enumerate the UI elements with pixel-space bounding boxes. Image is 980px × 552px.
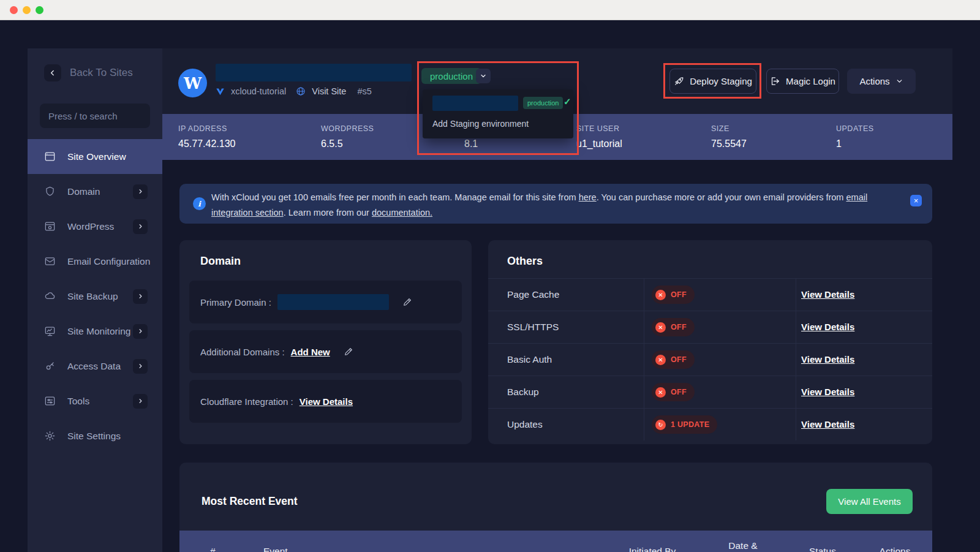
- here-link[interactable]: here: [579, 192, 597, 202]
- cloud-icon: [44, 290, 56, 302]
- sidebar-item-domain[interactable]: Domain: [28, 174, 162, 209]
- banner-text: With xCloud you get 100 emails free per …: [211, 190, 888, 221]
- close-window-button[interactable]: [10, 6, 18, 14]
- envelope-icon: [44, 255, 56, 267]
- others-row-basic-auth: Basic Auth ✕OFF View Details: [488, 343, 932, 376]
- redacted-site-name: [216, 64, 412, 81]
- vultr-provider-icon: [216, 87, 225, 96]
- environment-chevron-button[interactable]: [476, 69, 491, 83]
- sidebar: Back To Sites Site Overview Domain WordP…: [28, 48, 162, 552]
- sidebar-item-site-overview[interactable]: Site Overview: [28, 139, 162, 174]
- window-titlebar: [0, 0, 980, 20]
- app-background: Back To Sites Site Overview Domain WordP…: [0, 20, 980, 552]
- sidebar-item-site-monitoring[interactable]: Site Monitoring: [28, 314, 162, 349]
- sidebar-item-tools[interactable]: Tools: [28, 384, 162, 418]
- documentation-link[interactable]: documentation.: [372, 208, 432, 217]
- cloudflare-label: Cloudflare Integration :: [200, 396, 293, 407]
- wordpress-logo-icon: W: [178, 69, 207, 97]
- sidebar-item-label: Site Settings: [67, 431, 121, 442]
- others-row-updates: Updates ↻1 UPDATE View Details: [488, 408, 932, 440]
- deploy-staging-label: Deploy Staging: [690, 76, 752, 86]
- status-badge-update: ↻1 UPDATE: [652, 415, 717, 434]
- chevron-right-icon[interactable]: [133, 359, 148, 374]
- chevron-right-icon[interactable]: [133, 324, 148, 339]
- status-badge-off: ✕OFF: [652, 350, 695, 369]
- view-all-events-button[interactable]: View All Events: [826, 489, 913, 514]
- wordpress-icon: [44, 221, 56, 232]
- stat-site-user: SITE USER u1_tutorial: [576, 114, 711, 160]
- redacted-environment-name[interactable]: [432, 96, 518, 111]
- globe-icon: [296, 86, 306, 96]
- chevron-right-icon[interactable]: [133, 289, 148, 304]
- rocket-icon: [674, 76, 684, 86]
- shield-icon: [44, 186, 56, 197]
- primary-domain-label: Primary Domain :: [200, 297, 271, 308]
- edit-pencil-icon[interactable]: [402, 297, 412, 307]
- redacted-primary-domain: [277, 294, 389, 310]
- sidebar-item-site-settings[interactable]: Site Settings: [28, 418, 162, 453]
- add-staging-environment-option[interactable]: Add Staging environment: [432, 119, 529, 129]
- view-details-link[interactable]: View Details: [801, 419, 854, 429]
- magic-login-button[interactable]: Magic Login: [766, 69, 839, 94]
- view-details-link[interactable]: View Details: [801, 289, 854, 300]
- x-circle-icon: ✕: [655, 290, 666, 300]
- sidebar-item-label: WordPress: [67, 221, 114, 232]
- additional-domains-row: Additional Domains : Add New: [189, 330, 462, 373]
- environment-badge[interactable]: production: [421, 68, 481, 84]
- column-date-time: Date & Time: [723, 531, 763, 552]
- stat-size: SIZE 75.5547: [711, 114, 836, 160]
- sidebar-item-label: Domain: [67, 186, 100, 197]
- actions-button[interactable]: Actions: [847, 69, 916, 94]
- recent-events-panel: Most Recent Event View All Events # Even…: [179, 463, 932, 552]
- sidebar-nav: Site Overview Domain WordPress Email Con…: [28, 139, 162, 453]
- sidebar-item-label: Site Monitoring: [67, 326, 130, 337]
- chevron-right-icon[interactable]: [133, 184, 148, 199]
- x-circle-icon: ✕: [655, 322, 666, 333]
- column-number: #: [210, 531, 216, 552]
- chevron-right-icon[interactable]: [133, 394, 148, 409]
- cloudflare-integration-row: Cloudflare Integration : View Details: [189, 380, 462, 423]
- sidebar-item-label: Access Data: [67, 361, 121, 372]
- search-input[interactable]: [48, 111, 170, 121]
- column-status: Status: [795, 531, 850, 552]
- others-row-page-cache: Page Cache ✕OFF View Details: [488, 278, 932, 311]
- add-new-link[interactable]: Add New: [291, 347, 330, 357]
- cloudflare-view-details-link[interactable]: View Details: [300, 396, 353, 407]
- view-details-link[interactable]: View Details: [801, 354, 854, 365]
- environment-dropdown-menu: production ✓ Add Staging environment: [423, 89, 573, 138]
- sidebar-item-access-data[interactable]: Access Data: [28, 349, 162, 384]
- view-details-link[interactable]: View Details: [801, 322, 854, 332]
- minimize-window-button[interactable]: [23, 6, 31, 14]
- sidebar-item-email-configuration[interactable]: Email Configuration: [28, 244, 162, 279]
- visit-site-link[interactable]: Visit Site: [312, 86, 346, 96]
- monitor-icon: [44, 325, 56, 337]
- server-tag: #s5: [357, 86, 371, 96]
- sidebar-item-wordpress[interactable]: WordPress: [28, 209, 162, 244]
- view-details-link[interactable]: View Details: [801, 387, 854, 397]
- deploy-staging-button[interactable]: Deploy Staging: [669, 69, 756, 94]
- sidebar-item-label: Site Backup: [67, 291, 118, 302]
- banner-close-button[interactable]: ×: [910, 195, 922, 206]
- dropdown-production-badge: production: [523, 97, 563, 109]
- sidebar-item-label: Email Configuration: [67, 256, 150, 267]
- zoom-window-button[interactable]: [36, 6, 43, 14]
- check-icon: ✓: [564, 96, 571, 107]
- sidebar-item-site-backup[interactable]: Site Backup: [28, 279, 162, 314]
- others-panel: Others Page Cache ✕OFF View Details SSL/…: [488, 240, 932, 444]
- events-table-header: # Event Initiated By Date & Time Status …: [179, 531, 932, 552]
- back-chevron-icon[interactable]: [44, 64, 61, 81]
- column-actions: Actions: [867, 531, 922, 552]
- domain-panel-title: Domain: [200, 255, 241, 268]
- additional-domains-label: Additional Domains :: [200, 347, 285, 357]
- stat-ip-address: IP ADDRESS 45.77.42.130: [178, 114, 321, 160]
- others-panel-title: Others: [507, 255, 543, 268]
- magic-login-label: Magic Login: [786, 76, 835, 86]
- back-to-sites[interactable]: Back To Sites: [28, 48, 162, 81]
- edit-pencil-icon[interactable]: [344, 347, 353, 357]
- x-circle-icon: ✕: [655, 355, 666, 365]
- chevron-right-icon[interactable]: [133, 219, 148, 234]
- tools-icon: [44, 395, 56, 407]
- recent-events-title: Most Recent Event: [202, 495, 298, 508]
- server-name-label: xcloud-tutorial: [231, 86, 286, 96]
- sidebar-search[interactable]: [40, 104, 150, 128]
